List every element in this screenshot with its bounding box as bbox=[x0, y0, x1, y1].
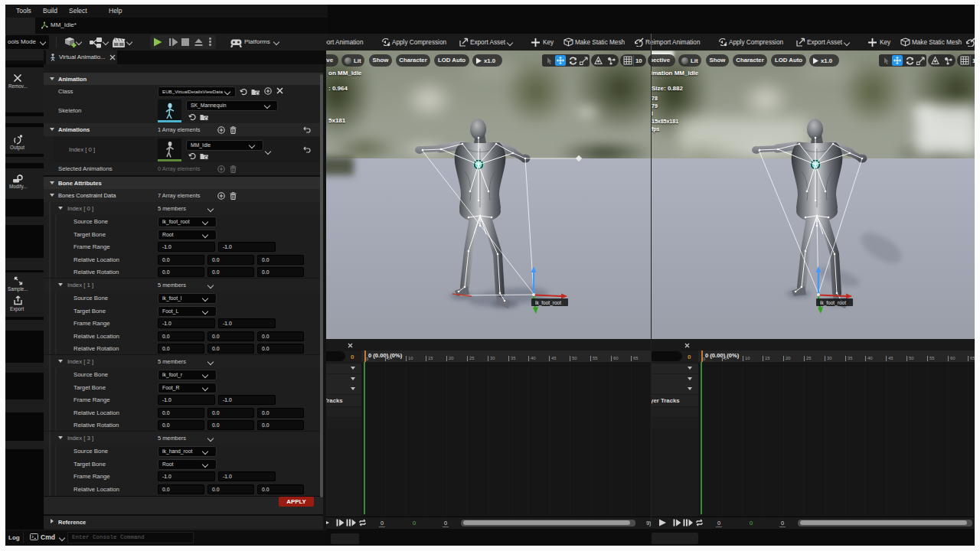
svg-text:ik_foot_root: ik_foot_root bbox=[535, 300, 561, 306]
svg-text:ik_foot_root: ik_foot_root bbox=[820, 300, 846, 306]
